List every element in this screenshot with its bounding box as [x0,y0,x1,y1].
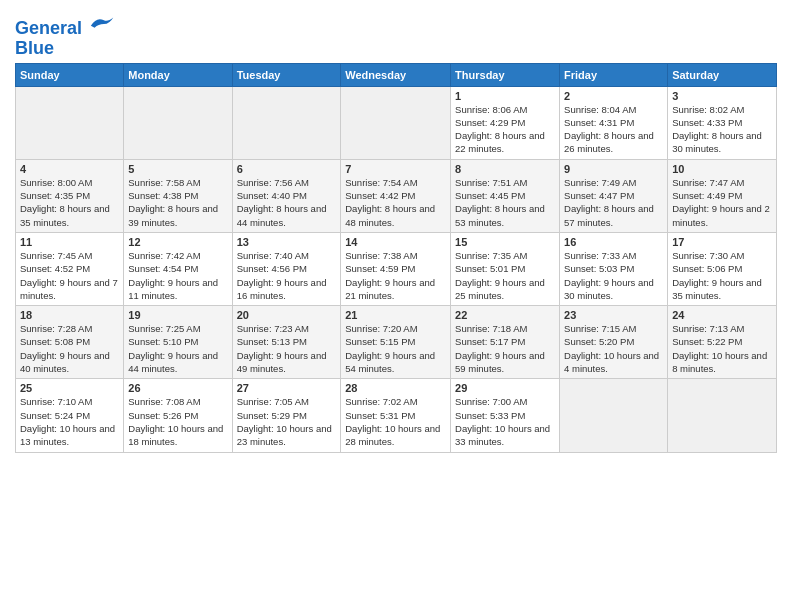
sunrise: Sunrise: 7:42 AM [128,249,227,262]
day-info: Sunrise: 7:35 AM Sunset: 5:01 PM Dayligh… [455,249,555,302]
sunset: Sunset: 4:29 PM [455,116,555,129]
calendar-cell: 22 Sunrise: 7:18 AM Sunset: 5:17 PM Dayl… [451,306,560,379]
day-number: 16 [564,236,663,248]
daylight: Daylight: 9 hours and 59 minutes. [455,349,555,376]
day-header-saturday: Saturday [668,63,777,86]
daylight: Daylight: 9 hours and 35 minutes. [672,276,772,303]
sunset: Sunset: 5:13 PM [237,335,337,348]
calendar-cell: 10 Sunrise: 7:47 AM Sunset: 4:49 PM Dayl… [668,159,777,232]
sunrise: Sunrise: 7:54 AM [345,176,446,189]
calendar-cell: 12 Sunrise: 7:42 AM Sunset: 4:54 PM Dayl… [124,232,232,305]
daylight: Daylight: 8 hours and 26 minutes. [564,129,663,156]
sunset: Sunset: 5:17 PM [455,335,555,348]
sunrise: Sunrise: 7:49 AM [564,176,663,189]
day-number: 4 [20,163,119,175]
day-info: Sunrise: 7:28 AM Sunset: 5:08 PM Dayligh… [20,322,119,375]
day-info: Sunrise: 7:42 AM Sunset: 4:54 PM Dayligh… [128,249,227,302]
sunset: Sunset: 5:10 PM [128,335,227,348]
day-info: Sunrise: 7:51 AM Sunset: 4:45 PM Dayligh… [455,176,555,229]
day-info: Sunrise: 7:45 AM Sunset: 4:52 PM Dayligh… [20,249,119,302]
sunset: Sunset: 5:01 PM [455,262,555,275]
day-number: 6 [237,163,337,175]
sunset: Sunset: 4:45 PM [455,189,555,202]
day-info: Sunrise: 7:40 AM Sunset: 4:56 PM Dayligh… [237,249,337,302]
day-number: 23 [564,309,663,321]
sunset: Sunset: 4:40 PM [237,189,337,202]
day-number: 25 [20,382,119,394]
daylight: Daylight: 10 hours and 18 minutes. [128,422,227,449]
calendar-cell: 3 Sunrise: 8:02 AM Sunset: 4:33 PM Dayli… [668,86,777,159]
calendar-week-2: 4 Sunrise: 8:00 AM Sunset: 4:35 PM Dayli… [16,159,777,232]
sunrise: Sunrise: 7:05 AM [237,395,337,408]
day-header-wednesday: Wednesday [341,63,451,86]
daylight: Daylight: 8 hours and 39 minutes. [128,202,227,229]
sunset: Sunset: 4:54 PM [128,262,227,275]
sunset: Sunset: 4:31 PM [564,116,663,129]
sunrise: Sunrise: 7:56 AM [237,176,337,189]
calendar-cell: 5 Sunrise: 7:58 AM Sunset: 4:38 PM Dayli… [124,159,232,232]
day-info: Sunrise: 8:04 AM Sunset: 4:31 PM Dayligh… [564,103,663,156]
calendar-cell: 7 Sunrise: 7:54 AM Sunset: 4:42 PM Dayli… [341,159,451,232]
daylight: Daylight: 9 hours and 16 minutes. [237,276,337,303]
calendar-cell: 28 Sunrise: 7:02 AM Sunset: 5:31 PM Dayl… [341,379,451,452]
day-number: 27 [237,382,337,394]
sunrise: Sunrise: 7:33 AM [564,249,663,262]
daylight: Daylight: 9 hours and 7 minutes. [20,276,119,303]
day-number: 10 [672,163,772,175]
daylight: Daylight: 9 hours and 44 minutes. [128,349,227,376]
sunset: Sunset: 4:59 PM [345,262,446,275]
day-header-friday: Friday [560,63,668,86]
day-number: 20 [237,309,337,321]
sunset: Sunset: 4:56 PM [237,262,337,275]
calendar-cell: 24 Sunrise: 7:13 AM Sunset: 5:22 PM Dayl… [668,306,777,379]
day-header-monday: Monday [124,63,232,86]
sunrise: Sunrise: 7:00 AM [455,395,555,408]
calendar-cell: 1 Sunrise: 8:06 AM Sunset: 4:29 PM Dayli… [451,86,560,159]
calendar-cell: 21 Sunrise: 7:20 AM Sunset: 5:15 PM Dayl… [341,306,451,379]
day-info: Sunrise: 7:54 AM Sunset: 4:42 PM Dayligh… [345,176,446,229]
calendar-cell: 8 Sunrise: 7:51 AM Sunset: 4:45 PM Dayli… [451,159,560,232]
daylight: Daylight: 8 hours and 22 minutes. [455,129,555,156]
daylight: Daylight: 8 hours and 48 minutes. [345,202,446,229]
sunset: Sunset: 5:22 PM [672,335,772,348]
day-info: Sunrise: 7:25 AM Sunset: 5:10 PM Dayligh… [128,322,227,375]
sunrise: Sunrise: 7:40 AM [237,249,337,262]
day-number: 22 [455,309,555,321]
day-header-sunday: Sunday [16,63,124,86]
day-number: 13 [237,236,337,248]
day-info: Sunrise: 7:58 AM Sunset: 4:38 PM Dayligh… [128,176,227,229]
daylight: Daylight: 8 hours and 57 minutes. [564,202,663,229]
sunrise: Sunrise: 7:28 AM [20,322,119,335]
daylight: Daylight: 10 hours and 28 minutes. [345,422,446,449]
logo: General Blue [15,14,117,59]
sunrise: Sunrise: 7:45 AM [20,249,119,262]
day-info: Sunrise: 7:00 AM Sunset: 5:33 PM Dayligh… [455,395,555,448]
day-number: 24 [672,309,772,321]
sunset: Sunset: 4:33 PM [672,116,772,129]
daylight: Daylight: 10 hours and 4 minutes. [564,349,663,376]
day-number: 18 [20,309,119,321]
day-info: Sunrise: 7:18 AM Sunset: 5:17 PM Dayligh… [455,322,555,375]
calendar-cell: 19 Sunrise: 7:25 AM Sunset: 5:10 PM Dayl… [124,306,232,379]
calendar-cell: 27 Sunrise: 7:05 AM Sunset: 5:29 PM Dayl… [232,379,341,452]
day-number: 7 [345,163,446,175]
sunrise: Sunrise: 7:25 AM [128,322,227,335]
day-number: 15 [455,236,555,248]
day-number: 14 [345,236,446,248]
calendar-week-5: 25 Sunrise: 7:10 AM Sunset: 5:24 PM Dayl… [16,379,777,452]
day-info: Sunrise: 7:49 AM Sunset: 4:47 PM Dayligh… [564,176,663,229]
calendar-cell: 15 Sunrise: 7:35 AM Sunset: 5:01 PM Dayl… [451,232,560,305]
day-info: Sunrise: 7:02 AM Sunset: 5:31 PM Dayligh… [345,395,446,448]
day-info: Sunrise: 7:33 AM Sunset: 5:03 PM Dayligh… [564,249,663,302]
day-info: Sunrise: 7:38 AM Sunset: 4:59 PM Dayligh… [345,249,446,302]
day-number: 3 [672,90,772,102]
day-info: Sunrise: 7:10 AM Sunset: 5:24 PM Dayligh… [20,395,119,448]
calendar-cell: 13 Sunrise: 7:40 AM Sunset: 4:56 PM Dayl… [232,232,341,305]
calendar-cell [341,86,451,159]
day-info: Sunrise: 7:05 AM Sunset: 5:29 PM Dayligh… [237,395,337,448]
page-container: General Blue SundayMondayTuesdayWednesda… [0,0,792,463]
sunset: Sunset: 5:15 PM [345,335,446,348]
calendar-cell: 9 Sunrise: 7:49 AM Sunset: 4:47 PM Dayli… [560,159,668,232]
daylight: Daylight: 9 hours and 54 minutes. [345,349,446,376]
daylight: Daylight: 9 hours and 21 minutes. [345,276,446,303]
